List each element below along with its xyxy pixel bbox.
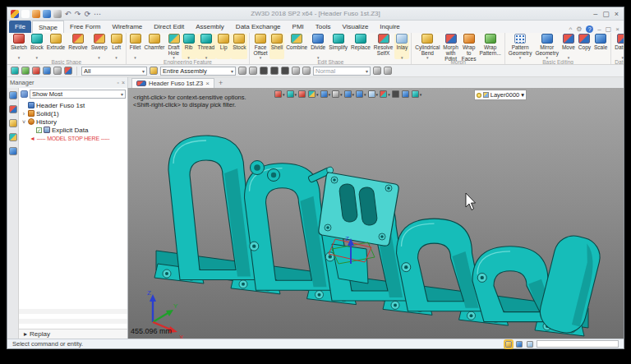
tab-assembly[interactable]: Assembly	[190, 21, 230, 33]
monitor-icon[interactable]	[516, 341, 523, 348]
tab-pmi[interactable]: PMI	[287, 21, 310, 33]
wrap-pattern-button[interactable]: Wrap Pattern...	[477, 34, 502, 59]
list-filter-icon[interactable]	[238, 67, 246, 75]
tab-visualize[interactable]: Visualize	[336, 21, 374, 33]
add-entity-icon[interactable]	[21, 67, 30, 75]
tree-item-history[interactable]: ˅History	[19, 117, 127, 126]
close-button[interactable]: ×	[615, 8, 619, 20]
filter-icon[interactable]	[21, 90, 28, 98]
tab-inquire[interactable]: Inquire	[374, 21, 405, 33]
fillet-button[interactable]: Fillet▾	[128, 34, 143, 59]
close-tab-icon[interactable]: ×	[205, 80, 210, 87]
thread-button[interactable]: Thread▾	[196, 34, 217, 59]
face-offset-button[interactable]: Face Offset▾	[251, 34, 269, 59]
wrap-to-faces-button[interactable]: Wrap to Faces	[460, 34, 478, 59]
pick-curve-icon[interactable]	[270, 67, 279, 75]
show-filter-dropdown[interactable]: Show Most ▾	[30, 90, 126, 99]
pin-panel-icon[interactable]: ▫	[117, 80, 118, 85]
tree-item-header-fuso-1st[interactable]: Header Fuso 1st	[19, 101, 127, 109]
tab-data-exchange[interactable]: Data Exchange	[230, 21, 287, 33]
tab-shape[interactable]: Shape	[32, 21, 64, 33]
tab-free-form[interactable]: Free Form	[64, 21, 106, 33]
stock-button[interactable]: Stock	[231, 34, 247, 59]
view-tab-icon[interactable]	[9, 133, 17, 141]
color-picker-icon[interactable]	[64, 67, 72, 75]
pick-face-icon[interactable]	[281, 67, 289, 75]
doc-close-icon[interactable]: ×	[615, 25, 619, 33]
pattern-geometry-button[interactable]: Pattern Geometry▾	[507, 34, 534, 59]
tree-item-solid-1[interactable]: ›Solid(1)	[19, 109, 127, 117]
model-canvas[interactable]: ZZYX	[128, 88, 624, 339]
minimize-button[interactable]: –	[593, 8, 597, 20]
shell-button[interactable]: Shell	[269, 34, 284, 59]
restore-button[interactable]: ▢	[602, 8, 610, 20]
new-file-icon[interactable]	[21, 10, 30, 18]
checkbox-checked-icon[interactable]: ✓	[36, 127, 42, 133]
rib-button[interactable]: Rib▾	[182, 34, 196, 59]
gear-icon[interactable]: ⚙	[576, 25, 582, 33]
scale-button[interactable]: Scale	[592, 34, 609, 59]
revolve-button[interactable]: Revolve	[67, 34, 89, 59]
print-icon[interactable]	[53, 10, 62, 18]
draft-hole-button[interactable]: Draft Hole▾	[166, 34, 181, 59]
sweep-button[interactable]: Sweep▾	[90, 34, 109, 59]
assembly-scope-icon[interactable]	[150, 67, 158, 75]
morph-with-point-button[interactable]: Morph with Point▾	[441, 34, 459, 59]
undo-icon[interactable]: ↶	[64, 10, 71, 18]
regen-icon[interactable]: ⟳	[84, 10, 91, 18]
simplify-button[interactable]: Simplify	[327, 34, 349, 59]
block-button[interactable]: Block▾	[29, 34, 45, 59]
doc-restore-icon[interactable]: ▢	[606, 25, 612, 33]
chamfer-button[interactable]: Chamfer	[143, 34, 167, 59]
qat-more-icon[interactable]: ⋯	[94, 10, 101, 18]
copy-button[interactable]: Copy	[577, 34, 592, 59]
doc-minimize-icon[interactable]: –	[597, 25, 601, 33]
datum-button[interactable]: Datum▾	[613, 34, 624, 59]
loft-button[interactable]: Loft▾	[109, 34, 124, 59]
status-input[interactable]	[537, 340, 619, 348]
filter-all-dropdown[interactable]: All ▾	[81, 67, 147, 76]
document-tab[interactable]: Header Fuso 1st.Z3 ×	[131, 78, 214, 88]
cursor-pick-icon[interactable]	[292, 67, 300, 75]
lip-button[interactable]: Lip	[216, 34, 231, 59]
save-icon[interactable]	[43, 10, 51, 18]
divide-button[interactable]: Divide▾	[309, 34, 327, 59]
new-tab-button[interactable]: +	[219, 78, 223, 88]
combine-button[interactable]: Combine	[284, 34, 309, 59]
scope-dropdown[interactable]: Entire Assembly ▾	[160, 67, 236, 76]
tree-item-model-stop-here[interactable]: ◄----- MODEL STOP HERE -----	[19, 134, 127, 142]
cylindrical-bend-button[interactable]: Cylindrical Bend▾	[413, 34, 441, 59]
replace-button[interactable]: Replace	[349, 34, 372, 59]
sketch-button[interactable]: Sketch▾	[9, 34, 29, 59]
zw3d-logo-icon[interactable]	[11, 10, 19, 18]
help-icon[interactable]: ?	[586, 25, 593, 33]
manager-tab-icon[interactable]	[9, 91, 17, 99]
viewport[interactable]: <right-click> for context-sensitive opti…	[128, 88, 624, 339]
link-view-icon[interactable]	[384, 67, 392, 75]
match-filter-icon[interactable]	[249, 67, 257, 75]
disable-filter-icon[interactable]	[302, 67, 311, 75]
assembly-tab-icon[interactable]	[9, 105, 17, 113]
close-panel-icon[interactable]: ×	[122, 80, 125, 85]
circle-select-icon[interactable]	[53, 67, 62, 75]
tree-expander[interactable]: ˅	[21, 119, 26, 125]
tab-tools[interactable]: Tools	[310, 21, 337, 33]
mirror-geometry-button[interactable]: Mirror Geometry▾	[533, 34, 560, 59]
remove-entity-icon[interactable]	[32, 67, 40, 75]
open-file-icon[interactable]	[32, 10, 40, 18]
redo-icon[interactable]: ↷	[74, 10, 81, 18]
manifold-model[interactable]	[154, 136, 604, 337]
tree-item-explicit-data[interactable]: ✓Explicit Data	[19, 126, 127, 134]
fly-through-icon[interactable]	[373, 67, 381, 75]
role-tab-icon[interactable]	[9, 147, 17, 155]
entity-filter-icon[interactable]	[11, 67, 19, 75]
extrude-button[interactable]: Extrude	[45, 34, 67, 59]
tab-file[interactable]: File	[9, 21, 31, 33]
grid-snap-icon[interactable]	[505, 341, 512, 348]
collapse-ribbon-icon[interactable]: ^	[569, 25, 572, 33]
move-button[interactable]: Move▾	[560, 34, 577, 59]
render-mode-dropdown[interactable]: Normal ▾	[313, 67, 371, 76]
inlay-button[interactable]: Inlay▾	[394, 34, 409, 59]
tab-wireframe[interactable]: Wireframe	[106, 21, 148, 33]
resolve-selfx-button[interactable]: Resolve SelfX	[372, 34, 394, 59]
